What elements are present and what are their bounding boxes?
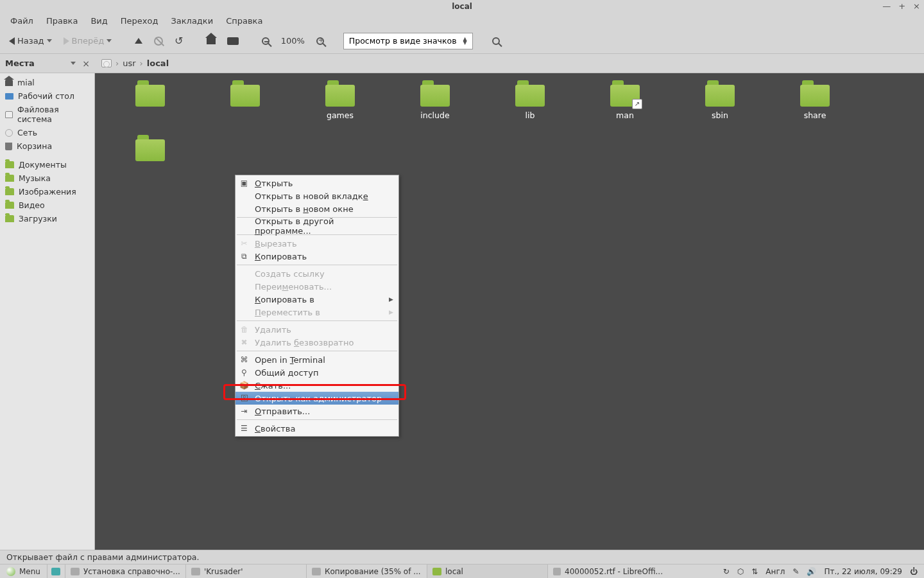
ctx-item: ✂Вырезать — [235, 237, 398, 250]
submenu-arrow-icon: ▶ — [389, 309, 393, 315]
view-mode-label: Просмотр в виде значков — [349, 36, 457, 46]
view-mode-select[interactable]: Просмотр в виде значков ▲▼ — [343, 33, 473, 49]
menu-view[interactable]: Вид — [84, 15, 114, 27]
menu-go[interactable]: Переход — [114, 15, 165, 27]
sidebar-item-Файловая система[interactable]: Файловая система — [0, 103, 94, 126]
ctx-item[interactable]: Открыть в другой программе... — [235, 220, 398, 232]
zoom-in-button[interactable] — [312, 35, 328, 48]
sidebar-item-Музыка[interactable]: Музыка — [0, 171, 94, 185]
ctx-item[interactable]: Открыть в новой вкладке — [235, 189, 398, 202]
location-bar: Места × › usr › local — [0, 54, 924, 73]
taskbar-task[interactable]: Копирование (35% of ... — [306, 565, 427, 578]
maximize-button[interactable]: + — [898, 1, 905, 11]
folder-label: include — [420, 110, 449, 120]
forward-button[interactable]: Вперёд — [60, 33, 116, 48]
window-controls: — + × — [882, 1, 920, 11]
tray-update-icon[interactable]: ↻ — [723, 567, 730, 576]
task-label: local — [445, 567, 463, 576]
sidebar-item-Загрузки[interactable]: Загрузки — [0, 212, 94, 225]
folder-view[interactable]: gamesincludelibmansbinshare ▣ОткрытьОткр… — [95, 73, 924, 550]
zoom-out-button[interactable] — [258, 35, 273, 48]
folder-icon — [325, 85, 355, 107]
ctx-item: 🗑Удалить — [235, 323, 398, 336]
ctx-item: ✖Удалить безвозвратно — [235, 336, 398, 349]
home-icon — [207, 38, 216, 44]
home-button[interactable] — [203, 35, 219, 47]
ctx-item[interactable]: ⌘Open in Terminal — [235, 353, 398, 366]
folder-item-sbin[interactable]: sbin — [672, 85, 767, 120]
task-label: 40000052.rtf - LibreOffi... — [565, 567, 663, 576]
ctx-item[interactable]: ▣Открыть — [235, 177, 398, 189]
ctx-item[interactable]: ⇥Отправить... — [235, 405, 398, 417]
tray-shield-icon[interactable]: ⬡ — [737, 567, 744, 576]
sidebar-item-label: Сеть — [17, 128, 37, 137]
sidebar-item-Видео[interactable]: Видео — [0, 198, 94, 212]
menu-edit[interactable]: Правка — [40, 15, 84, 27]
ctx-label: Открыть в новой вкладке — [255, 191, 368, 201]
back-button[interactable]: Назад — [5, 33, 56, 48]
folder-item-share[interactable]: share — [767, 85, 862, 120]
folder-item-games[interactable]: games — [293, 85, 388, 120]
net-icon — [5, 129, 13, 137]
breadcrumb: › usr › local — [95, 58, 169, 68]
panel-dropdown-icon[interactable] — [71, 62, 76, 65]
minimize-button[interactable]: — — [882, 1, 891, 11]
folder-item-include[interactable]: include — [388, 85, 483, 120]
ctx-item[interactable]: ☰Свойства — [235, 422, 398, 435]
ctx-item[interactable]: ⚿Открыть как администратор — [235, 392, 398, 405]
main-area: mialРабочий столФайловая системаСетьКорз… — [0, 73, 924, 550]
ctx-item[interactable]: ⚲Общий доступ — [235, 366, 398, 379]
taskbar-task[interactable]: Установка справочно-... — [65, 565, 185, 578]
drive-icon[interactable] — [101, 59, 112, 67]
crumb-local[interactable]: local — [147, 58, 169, 68]
taskbar-task[interactable]: local — [427, 565, 547, 578]
folder-item[interactable] — [103, 139, 198, 161]
tray-pen-icon[interactable]: ✎ — [792, 567, 799, 576]
computer-button[interactable] — [223, 35, 243, 48]
tray-network-icon[interactable]: ⇅ — [751, 567, 758, 576]
tray-logout-icon[interactable]: ⏻ — [910, 567, 918, 576]
taskbar-task[interactable]: 40000052.rtf - LibreOffi... — [547, 565, 668, 578]
arrow-up-icon — [135, 38, 142, 44]
mint-logo-icon — [6, 567, 15, 576]
reload-button[interactable]: ↻ — [171, 32, 187, 49]
folder-item-etc[interactable] — [198, 85, 293, 120]
menu-help[interactable]: Справка — [219, 15, 269, 27]
tray-keyboard-lang[interactable]: Англ — [766, 567, 785, 576]
sidebar-item-Документы[interactable]: Документы — [0, 158, 94, 171]
ctx-item[interactable]: 📦Сжать... — [235, 379, 398, 392]
sidebar-item-mial[interactable]: mial — [0, 76, 94, 89]
ctx-icon: ▣ — [239, 179, 249, 188]
tray-clock[interactable]: Пт., 22 июля, 09:29 — [824, 567, 902, 576]
start-menu-button[interactable]: Menu — [0, 567, 47, 576]
sidebar-item-Рабочий стол[interactable]: Рабочий стол — [0, 89, 94, 103]
ctx-item[interactable]: Копировать в▶ — [235, 293, 398, 306]
search-button[interactable] — [488, 35, 504, 48]
screen-icon — [227, 37, 239, 45]
ctx-icon: 📦 — [239, 381, 249, 390]
menu-file[interactable]: Файл — [4, 15, 40, 27]
sidebar-item-Изображения[interactable]: Изображения — [0, 185, 94, 198]
back-label: Назад — [17, 36, 44, 46]
ctx-item[interactable]: ⧉Копировать — [235, 250, 398, 263]
folder-item-man[interactable]: man — [578, 85, 672, 120]
ctx-item[interactable]: Открыть в новом окне — [235, 202, 398, 215]
show-desktop-button[interactable] — [47, 565, 65, 578]
folder-item-bin[interactable] — [103, 85, 198, 120]
ctx-icon: ⧉ — [239, 252, 249, 261]
taskbar-task[interactable]: 'Krusader' — [185, 565, 306, 578]
menu-bookmarks[interactable]: Закладки — [164, 15, 219, 27]
stop-icon — [154, 37, 163, 46]
forward-label: Вперёд — [72, 36, 105, 46]
sidebar-item-Сеть[interactable]: Сеть — [0, 126, 94, 139]
tray-volume-icon[interactable]: 🔊 — [807, 567, 816, 576]
up-button[interactable] — [131, 35, 146, 46]
folder-icon — [5, 202, 14, 209]
panel-close-icon[interactable]: × — [82, 58, 90, 69]
crumb-usr[interactable]: usr — [123, 58, 135, 68]
folder-icon — [610, 85, 640, 107]
sidebar-item-Корзина[interactable]: Корзина — [0, 139, 94, 153]
folder-item-lib[interactable]: lib — [483, 85, 578, 120]
side-panel-title: Места — [5, 58, 35, 68]
close-button[interactable]: × — [913, 1, 920, 11]
